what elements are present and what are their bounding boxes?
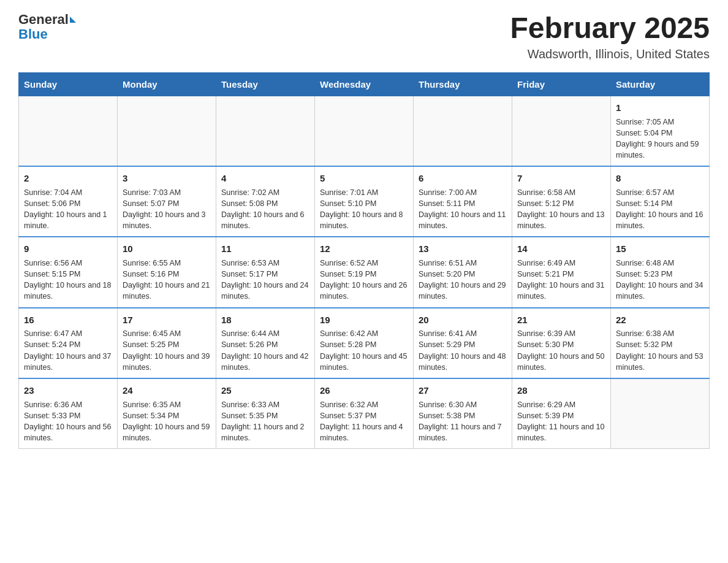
table-row (315, 96, 414, 166)
day-number: 14 (517, 242, 605, 256)
day-info: Sunrise: 6:53 AMSunset: 5:17 PMDaylight:… (221, 258, 309, 302)
table-row: 4Sunrise: 7:02 AMSunset: 5:08 PMDaylight… (216, 166, 315, 237)
day-info: Sunrise: 6:32 AMSunset: 5:37 PMDaylight:… (320, 399, 408, 444)
table-row (216, 96, 315, 166)
day-info: Sunrise: 6:41 AMSunset: 5:29 PMDaylight:… (419, 328, 507, 373)
table-row: 18Sunrise: 6:44 AMSunset: 5:26 PMDayligh… (216, 308, 315, 378)
day-number: 1 (616, 101, 704, 115)
day-info: Sunrise: 6:45 AMSunset: 5:25 PMDaylight:… (123, 328, 211, 373)
table-row: 16Sunrise: 6:47 AMSunset: 5:24 PMDayligh… (19, 308, 118, 378)
day-number: 2 (24, 172, 112, 185)
day-info: Sunrise: 6:57 AMSunset: 5:14 PMDaylight:… (616, 187, 704, 232)
col-thursday: Thursday (414, 72, 512, 96)
table-row: 6Sunrise: 7:00 AMSunset: 5:11 PMDaylight… (414, 166, 512, 237)
table-row (611, 378, 710, 449)
day-info: Sunrise: 6:36 AMSunset: 5:33 PMDaylight:… (24, 399, 112, 444)
day-number: 10 (123, 242, 211, 256)
table-row: 17Sunrise: 6:45 AMSunset: 5:25 PMDayligh… (118, 308, 216, 378)
day-info: Sunrise: 7:02 AMSunset: 5:08 PMDaylight:… (221, 187, 309, 232)
day-info: Sunrise: 6:58 AMSunset: 5:12 PMDaylight:… (517, 187, 605, 232)
day-info: Sunrise: 6:38 AMSunset: 5:32 PMDaylight:… (616, 328, 704, 373)
day-info: Sunrise: 6:51 AMSunset: 5:20 PMDaylight:… (419, 258, 507, 302)
location-title: Wadsworth, Illinois, United States (510, 47, 710, 61)
table-row: 2Sunrise: 7:04 AMSunset: 5:06 PMDaylight… (19, 166, 118, 237)
table-row: 26Sunrise: 6:32 AMSunset: 5:37 PMDayligh… (315, 378, 414, 449)
col-tuesday: Tuesday (216, 72, 315, 96)
calendar-week-row: 9Sunrise: 6:56 AMSunset: 5:15 PMDaylight… (19, 237, 710, 307)
logo-triangle-icon (70, 17, 76, 23)
day-info: Sunrise: 7:00 AMSunset: 5:11 PMDaylight:… (419, 187, 507, 232)
calendar-table: Sunday Monday Tuesday Wednesday Thursday… (18, 72, 710, 449)
table-row (118, 96, 216, 166)
month-title: February 2025 (510, 12, 710, 45)
day-number: 6 (419, 172, 507, 185)
day-number: 27 (419, 384, 507, 397)
calendar-title-area: February 2025 Wadsworth, Illinois, Unite… (510, 12, 710, 61)
table-row: 28Sunrise: 6:29 AMSunset: 5:39 PMDayligh… (512, 378, 611, 449)
table-row: 3Sunrise: 7:03 AMSunset: 5:07 PMDaylight… (118, 166, 216, 237)
table-row: 25Sunrise: 6:33 AMSunset: 5:35 PMDayligh… (216, 378, 315, 449)
table-row: 8Sunrise: 6:57 AMSunset: 5:14 PMDaylight… (611, 166, 710, 237)
table-row: 21Sunrise: 6:39 AMSunset: 5:30 PMDayligh… (512, 308, 611, 378)
day-number: 4 (221, 172, 309, 185)
day-number: 24 (123, 384, 211, 397)
day-number: 13 (419, 242, 507, 256)
col-wednesday: Wednesday (315, 72, 414, 96)
page-header: General Blue February 2025 Wadsworth, Il… (18, 12, 710, 61)
day-number: 19 (320, 313, 408, 327)
day-number: 8 (616, 172, 704, 185)
day-number: 22 (616, 313, 704, 327)
day-number: 25 (221, 384, 309, 397)
table-row (414, 96, 512, 166)
logo: General Blue (18, 12, 76, 42)
day-number: 23 (24, 384, 112, 397)
day-number: 3 (123, 172, 211, 185)
table-row: 10Sunrise: 6:55 AMSunset: 5:16 PMDayligh… (118, 237, 216, 307)
day-number: 5 (320, 172, 408, 185)
day-info: Sunrise: 6:56 AMSunset: 5:15 PMDaylight:… (24, 258, 112, 302)
calendar-header-row: Sunday Monday Tuesday Wednesday Thursday… (19, 72, 710, 96)
col-monday: Monday (118, 72, 216, 96)
table-row: 14Sunrise: 6:49 AMSunset: 5:21 PMDayligh… (512, 237, 611, 307)
day-number: 17 (123, 313, 211, 327)
day-number: 7 (517, 172, 605, 185)
table-row: 12Sunrise: 6:52 AMSunset: 5:19 PMDayligh… (315, 237, 414, 307)
day-number: 18 (221, 313, 309, 327)
table-row: 19Sunrise: 6:42 AMSunset: 5:28 PMDayligh… (315, 308, 414, 378)
table-row: 11Sunrise: 6:53 AMSunset: 5:17 PMDayligh… (216, 237, 315, 307)
day-info: Sunrise: 6:30 AMSunset: 5:38 PMDaylight:… (419, 399, 507, 444)
table-row: 22Sunrise: 6:38 AMSunset: 5:32 PMDayligh… (611, 308, 710, 378)
day-info: Sunrise: 7:01 AMSunset: 5:10 PMDaylight:… (320, 187, 408, 232)
day-info: Sunrise: 6:44 AMSunset: 5:26 PMDaylight:… (221, 328, 309, 373)
calendar-week-row: 23Sunrise: 6:36 AMSunset: 5:33 PMDayligh… (19, 378, 710, 449)
col-saturday: Saturday (611, 72, 710, 96)
day-info: Sunrise: 6:35 AMSunset: 5:34 PMDaylight:… (123, 399, 211, 444)
table-row: 9Sunrise: 6:56 AMSunset: 5:15 PMDaylight… (19, 237, 118, 307)
table-row: 20Sunrise: 6:41 AMSunset: 5:29 PMDayligh… (414, 308, 512, 378)
calendar-week-row: 16Sunrise: 6:47 AMSunset: 5:24 PMDayligh… (19, 308, 710, 378)
table-row: 24Sunrise: 6:35 AMSunset: 5:34 PMDayligh… (118, 378, 216, 449)
day-info: Sunrise: 6:55 AMSunset: 5:16 PMDaylight:… (123, 258, 211, 302)
table-row: 7Sunrise: 6:58 AMSunset: 5:12 PMDaylight… (512, 166, 611, 237)
col-friday: Friday (512, 72, 611, 96)
calendar-week-row: 1Sunrise: 7:05 AMSunset: 5:04 PMDaylight… (19, 96, 710, 166)
day-number: 15 (616, 242, 704, 256)
logo-blue-text: Blue (18, 27, 48, 42)
day-number: 26 (320, 384, 408, 397)
day-number: 11 (221, 242, 309, 256)
day-number: 21 (517, 313, 605, 327)
calendar-week-row: 2Sunrise: 7:04 AMSunset: 5:06 PMDaylight… (19, 166, 710, 237)
day-info: Sunrise: 6:48 AMSunset: 5:23 PMDaylight:… (616, 258, 704, 302)
day-info: Sunrise: 6:39 AMSunset: 5:30 PMDaylight:… (517, 328, 605, 373)
table-row: 23Sunrise: 6:36 AMSunset: 5:33 PMDayligh… (19, 378, 118, 449)
col-sunday: Sunday (19, 72, 118, 96)
day-info: Sunrise: 7:05 AMSunset: 5:04 PMDaylight:… (616, 117, 704, 161)
day-info: Sunrise: 7:04 AMSunset: 5:06 PMDaylight:… (24, 187, 112, 232)
table-row: 15Sunrise: 6:48 AMSunset: 5:23 PMDayligh… (611, 237, 710, 307)
day-number: 16 (24, 313, 112, 327)
day-info: Sunrise: 6:33 AMSunset: 5:35 PMDaylight:… (221, 399, 309, 444)
day-info: Sunrise: 6:47 AMSunset: 5:24 PMDaylight:… (24, 328, 112, 373)
day-info: Sunrise: 6:49 AMSunset: 5:21 PMDaylight:… (517, 258, 605, 302)
table-row (19, 96, 118, 166)
table-row: 27Sunrise: 6:30 AMSunset: 5:38 PMDayligh… (414, 378, 512, 449)
